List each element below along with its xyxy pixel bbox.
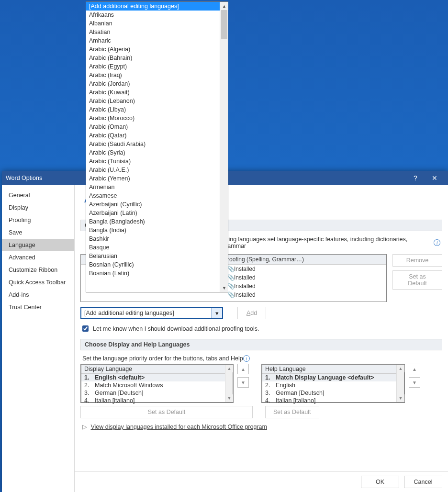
ok-button[interactable]: OK (361, 476, 399, 488)
sidebar-addins[interactable]: Add-ins (2, 289, 74, 301)
info-icon[interactable]: i (434, 239, 440, 246)
dropdown-option[interactable]: Belarusian (86, 252, 220, 260)
dropdown-option[interactable]: Bangla (India) (86, 226, 220, 235)
proof-status: Installed (231, 265, 258, 273)
view-installed-languages-link[interactable]: ▷ View display languages installed for e… (82, 423, 440, 430)
dropdown-option[interactable]: Basque (86, 243, 220, 252)
dropdown-option[interactable]: Armenian (86, 183, 220, 191)
sidebar-proofing[interactable]: Proofing (2, 214, 74, 226)
list-item[interactable]: German [Deutsch] (95, 390, 143, 396)
sidebar-display[interactable]: Display (2, 201, 74, 214)
display-help-heading: Choose Display and Help Languages (80, 339, 442, 350)
dropdown-option[interactable]: Albanian (86, 19, 220, 28)
add-language-dropdown-popup[interactable]: [Add additional editing languages]Afrika… (86, 1, 228, 292)
dropdown-option[interactable]: Arabic (Libya) (86, 105, 220, 114)
list-item[interactable]: German [Deutsch] (276, 390, 324, 396)
download-proofing-checkbox[interactable]: Let me know when I should download addit… (80, 324, 442, 333)
dialog-title: Word Options (6, 175, 42, 181)
editing-desc: diting languages set language-specific f… (222, 236, 432, 249)
help-lang-header: Help Language (262, 365, 404, 374)
help-button[interactable]: ? (406, 171, 425, 185)
dropdown-option[interactable]: [Add additional editing languages] (86, 2, 220, 11)
expand-triangle-icon: ▷ (82, 424, 87, 430)
close-button[interactable]: ✕ (425, 171, 444, 185)
dropdown-option[interactable]: Arabic (U.A.E.) (86, 166, 220, 174)
dropdown-option[interactable]: Bashkir (86, 235, 220, 243)
help-language-list[interactable]: Help Language 1.Match Display Language <… (261, 364, 405, 403)
category-sidebar: General Display Proofing Save Language A… (2, 185, 75, 492)
dropdown-scrollbar[interactable]: ▲ ▼ (220, 2, 228, 292)
dropdown-option[interactable]: Alsatian (86, 28, 220, 36)
add-button[interactable]: Add (237, 307, 266, 319)
move-up-button[interactable]: ▲ (409, 364, 420, 374)
dropdown-list[interactable]: [Add additional editing languages]Afrika… (86, 2, 220, 292)
sidebar-save[interactable]: Save (2, 226, 74, 239)
dropdown-option[interactable]: Arabic (Yemen) (86, 174, 220, 183)
dropdown-option[interactable]: Afrikaans (86, 11, 220, 19)
scroll-down-icon[interactable]: ▼ (225, 394, 233, 402)
dropdown-option[interactable]: Arabic (Algeria) (86, 45, 220, 54)
dropdown-option[interactable]: Arabic (Tunisia) (86, 157, 220, 166)
dropdown-option[interactable]: Arabic (Saudi Arabia) (86, 140, 220, 148)
dropdown-option[interactable]: Arabic (Morocco) (86, 114, 220, 123)
display-lang-header: Display Language (81, 365, 233, 374)
dropdown-option[interactable]: Arabic (Egypt) (86, 62, 220, 71)
cancel-button[interactable]: Cancel (404, 476, 442, 488)
list-item[interactable]: English (276, 382, 295, 389)
dropdown-option[interactable]: Arabic (Oman) (86, 123, 220, 131)
dropdown-option[interactable]: Arabic (Kuwait) (86, 88, 220, 97)
dropdown-option[interactable]: Azerbaijani (Cyrillic) (86, 200, 220, 209)
scroll-down-icon[interactable]: ▼ (220, 284, 228, 292)
dropdown-option[interactable]: Arabic (Syria) (86, 148, 220, 157)
scroll-up-icon[interactable]: ▲ (220, 2, 228, 10)
sidebar-general[interactable]: General (2, 189, 74, 201)
sidebar-advanced[interactable]: Advanced (2, 251, 74, 264)
dropdown-option[interactable]: Amharic (86, 36, 220, 45)
sidebar-customize-ribbon[interactable]: Customize Ribbon (2, 264, 74, 276)
dialog-footer: OK Cancel (75, 471, 448, 492)
priority-desc: Set the language priority order for the … (82, 355, 243, 362)
scrollbar[interactable]: ▲ ▼ (396, 365, 404, 402)
scroll-up-icon[interactable]: ▲ (225, 365, 233, 372)
set-default-button[interactable]: Set as Default (392, 270, 442, 290)
proof-status: Installed (231, 273, 258, 282)
scrollbar[interactable]: ▲ ▼ (225, 365, 233, 402)
move-up-button[interactable]: ▲ (237, 364, 249, 374)
list-item[interactable]: Italian [italiano] (95, 397, 134, 404)
sidebar-language[interactable]: Language (2, 239, 74, 251)
list-item[interactable]: Italian [italiano] (276, 397, 315, 404)
sidebar-quick-access[interactable]: Quick Access Toolbar (2, 276, 74, 289)
move-down-button[interactable]: ▼ (409, 377, 420, 388)
checkbox-input[interactable] (82, 325, 89, 332)
list-item[interactable]: Match Microsoft Windows (95, 382, 163, 389)
dropdown-caret-icon[interactable]: ▾ (212, 308, 222, 318)
dropdown-option[interactable]: Bosnian (Latin) (86, 269, 220, 278)
remove-button[interactable]: Remove (392, 254, 442, 267)
dropdown-option[interactable]: Bosnian (Cyrillic) (86, 260, 220, 269)
proof-status: Installed (231, 291, 258, 299)
proof-status: Installed (231, 282, 258, 291)
scroll-thumb[interactable] (221, 10, 227, 39)
info-icon[interactable]: i (243, 355, 250, 362)
list-item[interactable]: English <default> (95, 374, 145, 381)
set-default-display-button[interactable]: Set as Default (80, 406, 253, 418)
dropdown-option[interactable]: Arabic (Jordan) (86, 79, 220, 88)
dropdown-option[interactable]: Arabic (Lebanon) (86, 97, 220, 105)
checkbox-label: Let me know when I should download addit… (93, 325, 259, 332)
add-language-selected: [Add additional editing languages] (81, 310, 212, 316)
add-language-dropdown[interactable]: [Add additional editing languages] ▾ (80, 307, 223, 319)
display-language-list[interactable]: Display Language 1.English <default> 2.M… (80, 364, 234, 403)
dropdown-option[interactable]: Arabic (Qatar) (86, 131, 220, 140)
move-down-button[interactable]: ▼ (237, 377, 249, 388)
proofing-col-header: roofing (Spelling, Grammar…) (227, 256, 304, 263)
dropdown-option[interactable]: Bangla (Bangladesh) (86, 217, 220, 226)
scroll-down-icon[interactable]: ▼ (397, 394, 404, 402)
dropdown-option[interactable]: Arabic (Bahrain) (86, 54, 220, 62)
scroll-up-icon[interactable]: ▲ (397, 365, 404, 372)
dropdown-option[interactable]: Arabic (Iraq) (86, 71, 220, 79)
set-default-help-button[interactable]: Set as Default (265, 406, 319, 418)
sidebar-trust-center[interactable]: Trust Center (2, 301, 74, 313)
dropdown-option[interactable]: Assamese (86, 191, 220, 200)
list-item[interactable]: Match Display Language <default> (276, 374, 374, 381)
dropdown-option[interactable]: Azerbaijani (Latin) (86, 209, 220, 217)
